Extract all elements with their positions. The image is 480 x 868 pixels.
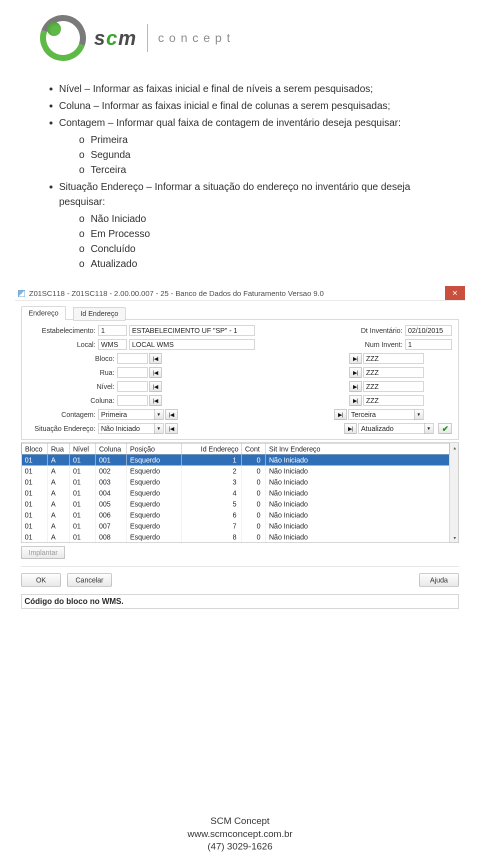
col-sit-inv[interactable]: Sit Inv Endereço (266, 444, 450, 454)
label-local: Local: (28, 340, 98, 348)
results-grid[interactable]: Bloco Rua Nível Coluna Posição Id Endere… (21, 442, 459, 543)
app-window: Z01SC118 - Z01SC118 - 2.00.00.007 - 25 -… (15, 286, 465, 608)
sub-terceira: Terceira (79, 162, 435, 177)
nivel-from-field[interactable] (118, 381, 148, 392)
sub-nao-iniciado: Não Iniciado (79, 211, 435, 226)
filter-panel: Estabelecimento: 1 ESTABELECIMENTO UF "S… (21, 320, 459, 440)
last-icon[interactable]: ▶| (344, 423, 356, 434)
sub-em-processo: Em Processo (79, 226, 435, 241)
local-desc-field: LOCAL WMS (130, 339, 254, 350)
table-row[interactable]: 01A01008Esquerdo80Não Iniciado (22, 532, 450, 542)
nivel-to-field[interactable]: ZZZ (364, 381, 424, 392)
scroll-down-icon[interactable]: ▾ (450, 534, 459, 542)
first-icon[interactable]: |◀ (166, 409, 178, 420)
contagem-from-combo[interactable]: Primeira ▼ (98, 409, 164, 420)
table-row[interactable]: 01A01007Esquerdo70Não Iniciado (22, 520, 450, 532)
label-contagem: Contagem: (28, 410, 98, 418)
footer-url: www.scmconcept.com.br (0, 828, 480, 840)
last-icon[interactable]: ▶| (350, 367, 362, 378)
dt-inventario-field[interactable]: 02/10/2015 (406, 325, 452, 336)
status-bar: Código do bloco no WMS. (21, 594, 459, 608)
label-nivel: Nível: (28, 382, 118, 390)
tab-id-endereco[interactable]: Id Endereço (73, 307, 126, 320)
bullet-list: Nível – Informar as faixas inicial e fin… (0, 81, 480, 271)
titlebar: Z01SC118 - Z01SC118 - 2.00.00.007 - 25 -… (15, 286, 465, 301)
bloco-to-field[interactable]: ZZZ (364, 353, 424, 364)
first-icon[interactable]: |◀ (150, 367, 162, 378)
col-bloco[interactable]: Bloco (22, 444, 48, 454)
table-row[interactable]: 01A01004Esquerdo40Não Iniciado (22, 488, 450, 498)
chevron-down-icon[interactable]: ▼ (414, 410, 423, 420)
label-coluna: Coluna: (28, 396, 118, 404)
col-coluna[interactable]: Coluna (96, 444, 127, 454)
first-icon[interactable]: |◀ (166, 423, 178, 434)
rua-to-field[interactable]: ZZZ (364, 367, 424, 378)
table-row[interactable]: 01A01002Esquerdo20Não Iniciado (22, 466, 450, 476)
rua-from-field[interactable] (118, 367, 148, 378)
bullet-contagem: Contagem – Informar qual faixa de contag… (59, 117, 401, 128)
close-icon[interactable]: ✕ (445, 286, 465, 300)
chevron-down-icon[interactable]: ▼ (154, 424, 163, 434)
chevron-down-icon[interactable]: ▼ (424, 424, 433, 434)
first-icon[interactable]: |◀ (150, 353, 162, 364)
brand-header: scm concept (0, 0, 480, 81)
label-situacao-endereco: Situação Endereço: (28, 424, 98, 432)
footer-phone: (47) 3029-1626 (0, 840, 480, 853)
sub-primeira: Primeira (79, 132, 435, 147)
col-id-endereco[interactable]: Id Endereço (182, 444, 242, 454)
label-num-invent: Num Invent: (254, 340, 406, 348)
col-rua[interactable]: Rua (48, 444, 70, 454)
bullet-coluna: Coluna – Informar as faixas inicial e fi… (59, 98, 435, 113)
label-estabelecimento: Estabelecimento: (28, 326, 98, 334)
col-posicao[interactable]: Posição (127, 444, 182, 454)
sub-atualizado: Atualizado (79, 256, 435, 271)
col-nivel[interactable]: Nível (70, 444, 96, 454)
ajuda-button[interactable]: Ajuda (419, 574, 459, 586)
bullet-situacao: Situação Endereço – Informar a situação … (59, 181, 410, 207)
window-icon (18, 290, 25, 297)
logo-mark (40, 15, 86, 61)
first-icon[interactable]: |◀ (150, 395, 162, 406)
label-dt-inventario: Dt Inventário: (254, 326, 406, 334)
sub-segunda: Segunda (79, 147, 435, 162)
sit-to-combo[interactable]: Atualizado ▼ (358, 423, 434, 434)
logo-scm: scm (94, 27, 137, 50)
table-row[interactable]: 01A01006Esquerdo60Não Iniciado (22, 510, 450, 520)
label-rua: Rua: (28, 368, 118, 376)
ok-button[interactable]: OK (21, 574, 61, 586)
coluna-from-field[interactable] (118, 395, 148, 406)
table-row[interactable]: 01A01001Esquerdo10Não Iniciado (22, 454, 450, 466)
coluna-to-field[interactable]: ZZZ (364, 395, 424, 406)
logo-divider (147, 24, 148, 52)
estab-desc-field: ESTABELECIMENTO UF "SP" - 1 (130, 325, 254, 336)
local-code-field[interactable]: WMS (98, 339, 126, 350)
page-footer: SCM Concept www.scmconcept.com.br (47) 3… (0, 814, 480, 853)
num-invent-field[interactable]: 1 (406, 339, 452, 350)
last-icon[interactable]: ▶| (350, 381, 362, 392)
estab-code-field[interactable]: 1 (98, 325, 126, 336)
last-icon[interactable]: ▶| (350, 353, 362, 364)
tab-endereco[interactable]: Endereço (21, 306, 66, 320)
last-icon[interactable]: ▶| (334, 409, 346, 420)
window-title: Z01SC118 - Z01SC118 - 2.00.00.007 - 25 -… (29, 289, 324, 298)
apply-filter-button[interactable]: ✔ (438, 423, 452, 434)
grid-scrollbar[interactable]: ▴ ▾ (450, 443, 458, 542)
first-icon[interactable]: |◀ (150, 381, 162, 392)
scroll-up-icon[interactable]: ▴ (450, 443, 459, 452)
cancelar-button[interactable]: Cancelar (67, 574, 112, 586)
table-row[interactable]: 01A01003Esquerdo30Não Iniciado (22, 476, 450, 488)
footer-name: SCM Concept (0, 814, 480, 828)
logo-concept: concept (158, 31, 235, 45)
contagem-to-combo[interactable]: Terceira ▼ (348, 409, 424, 420)
col-cont[interactable]: Cont (242, 444, 266, 454)
bloco-from-field[interactable] (118, 353, 148, 364)
sub-concluido: Concluído (79, 241, 435, 256)
sit-from-combo[interactable]: Não Iniciado ▼ (98, 423, 164, 434)
bullet-nivel: Nível – Informar as faixas inicial e fin… (59, 81, 435, 96)
last-icon[interactable]: ▶| (350, 395, 362, 406)
chevron-down-icon[interactable]: ▼ (154, 410, 163, 420)
implantar-button[interactable]: Implantar (21, 546, 65, 559)
label-bloco: Bloco: (28, 354, 118, 362)
table-row[interactable]: 01A01005Esquerdo50Não Iniciado (22, 498, 450, 510)
